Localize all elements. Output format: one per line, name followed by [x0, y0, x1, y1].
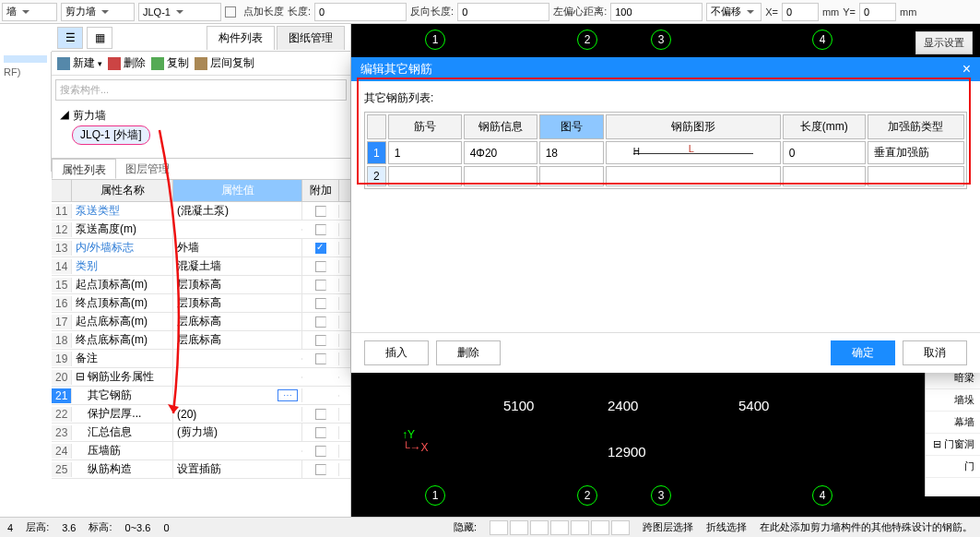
property-row[interactable]: 14类别混凝土墙	[52, 257, 350, 276]
prop-attach[interactable]	[302, 426, 339, 439]
cell-info[interactable]: 4Φ20	[464, 141, 537, 164]
prop-attach[interactable]	[302, 242, 339, 255]
prop-attach[interactable]	[302, 376, 339, 378]
tab-layer-mgmt[interactable]: 图层管理	[116, 159, 179, 179]
eccentricity-input[interactable]	[610, 3, 703, 21]
right-item-3[interactable]: ⊟ 门窗洞	[926, 434, 980, 456]
prop-value[interactable]: (20)	[173, 407, 302, 422]
reverse-length-input[interactable]	[457, 3, 549, 21]
cell-fig[interactable]: 18	[539, 141, 604, 164]
col-length[interactable]: 长度(mm)	[783, 114, 866, 139]
prop-attach[interactable]	[302, 316, 339, 328]
prop-attach[interactable]	[302, 463, 339, 476]
prop-value[interactable]	[173, 358, 302, 360]
cell-type[interactable]: 垂直加强筋	[868, 141, 964, 164]
prop-value[interactable]	[173, 229, 302, 231]
property-row[interactable]: 15起点顶标高(m)层顶标高	[52, 276, 350, 294]
cell-no[interactable]: 1	[388, 141, 462, 164]
cell-shape[interactable]: HL	[606, 141, 781, 164]
prop-value[interactable]: 设置插筋	[173, 460, 302, 478]
y-input[interactable]	[859, 3, 896, 21]
polyline-label[interactable]: 折线选择	[706, 520, 747, 534]
prop-attach[interactable]	[302, 297, 339, 310]
status-icon-2[interactable]	[510, 520, 528, 535]
prop-attach[interactable]	[302, 260, 339, 273]
view-mode-2-icon[interactable]: ▦	[87, 27, 112, 49]
status-icon-7[interactable]	[611, 520, 630, 535]
view-mode-1-icon[interactable]: ☰	[57, 27, 83, 49]
status-icon-1[interactable]	[490, 520, 508, 535]
property-row[interactable]: 20⊟ 钢筋业务属性	[52, 368, 350, 387]
tab-component-list[interactable]: 构件列表	[207, 26, 275, 50]
tab-property-list[interactable]: 属性列表	[52, 159, 116, 179]
property-row[interactable]: 18终点底标高(m)层底标高	[52, 331, 350, 350]
tab-drawing-mgmt[interactable]: 图纸管理	[277, 26, 345, 50]
col-shape[interactable]: 钢筋图形	[606, 114, 781, 139]
prop-value[interactable]: (混凝土泵)	[173, 202, 302, 220]
tree-item-jlq1[interactable]: JLQ-1 [外墙]	[59, 124, 343, 147]
prop-value[interactable]: 混凝土墙	[173, 257, 302, 275]
status-icon-4[interactable]	[550, 520, 569, 535]
col-type[interactable]: 加强筋类型	[868, 114, 964, 139]
property-row[interactable]: 13内/外墙标志外墙	[52, 239, 350, 257]
prop-attach[interactable]	[302, 408, 339, 421]
point-length-checkbox[interactable]	[225, 6, 236, 18]
prop-attach[interactable]	[302, 395, 339, 397]
right-item-1[interactable]: 墙垛	[926, 389, 980, 412]
property-row[interactable]: 17起点底标高(m)层底标高	[52, 313, 350, 331]
prop-value[interactable]	[173, 450, 302, 452]
col-rebar-info[interactable]: 钢筋信息	[464, 114, 537, 139]
prop-attach[interactable]	[302, 279, 339, 292]
cell-length[interactable]: 0	[783, 141, 866, 164]
prop-value[interactable]: ⋯	[173, 388, 302, 402]
category-dropdown[interactable]: 墙	[2, 3, 57, 21]
property-row[interactable]: 23 汇总信息(剪力墙)	[52, 424, 350, 442]
copy-button[interactable]: 复制	[151, 55, 189, 71]
insert-button[interactable]: 插入	[364, 340, 429, 365]
offset-dropdown[interactable]: 不偏移	[706, 3, 762, 21]
property-row[interactable]: 24 压墙筋	[52, 442, 350, 460]
prop-value[interactable]: 层底标高	[173, 331, 302, 349]
table-row[interactable]: 2	[367, 166, 964, 186]
prop-attach[interactable]	[302, 352, 339, 365]
prop-attach[interactable]	[302, 445, 339, 458]
right-item-4[interactable]: 门	[926, 456, 980, 478]
property-row[interactable]: 19备注	[52, 350, 350, 368]
cancel-button[interactable]: 取消	[903, 340, 967, 365]
new-button[interactable]: 新建 ▾	[57, 55, 102, 71]
status-icon-6[interactable]	[591, 520, 609, 535]
property-row[interactable]: 22 保护层厚...(20)	[52, 405, 350, 424]
x-input[interactable]	[782, 3, 819, 21]
prop-value[interactable]: (剪力墙)	[173, 424, 302, 441]
dialog-delete-button[interactable]: 删除	[436, 340, 501, 365]
col-rebar-no[interactable]: 筋号	[388, 114, 462, 139]
ok-button[interactable]: 确定	[831, 340, 895, 365]
left-nav-rf[interactable]: RF)	[4, 63, 47, 81]
layer-copy-button[interactable]: 层间复制	[195, 55, 254, 71]
length-input[interactable]	[314, 3, 407, 21]
prop-value[interactable]: 层底标高	[173, 313, 302, 330]
cross-layer-label[interactable]: 跨图层选择	[643, 520, 693, 534]
delete-button[interactable]: 删除	[108, 55, 146, 71]
property-row[interactable]: 16终点顶标高(m)层顶标高	[52, 294, 350, 313]
property-row[interactable]: 21 其它钢筋⋯	[52, 387, 350, 405]
col-fig-no[interactable]: 图号	[539, 114, 604, 139]
search-input[interactable]: 搜索构件...	[55, 79, 347, 101]
prop-attach[interactable]	[302, 223, 339, 236]
type-dropdown[interactable]: 剪力墙	[61, 3, 135, 21]
prop-attach[interactable]	[302, 205, 339, 218]
status-icon-3[interactable]	[530, 520, 549, 535]
property-row[interactable]: 25 纵筋构造设置插筋	[52, 460, 350, 479]
display-settings-button[interactable]: 显示设置	[915, 31, 973, 54]
prop-value[interactable]	[173, 376, 302, 378]
status-icon-5[interactable]	[571, 520, 589, 535]
prop-value[interactable]: 层顶标高	[173, 294, 302, 312]
prop-value[interactable]: 外墙	[173, 239, 302, 257]
tree-root[interactable]: ◢ 剪力墙	[59, 108, 343, 124]
right-item-2[interactable]: 幕墙	[926, 412, 980, 434]
prop-value[interactable]: 层顶标高	[173, 276, 302, 293]
component-dropdown[interactable]: JLQ-1	[138, 3, 221, 21]
left-nav-selected[interactable]	[4, 55, 47, 63]
close-icon[interactable]: ×	[962, 61, 971, 78]
property-row[interactable]: 11泵送类型(混凝土泵)	[52, 202, 350, 221]
